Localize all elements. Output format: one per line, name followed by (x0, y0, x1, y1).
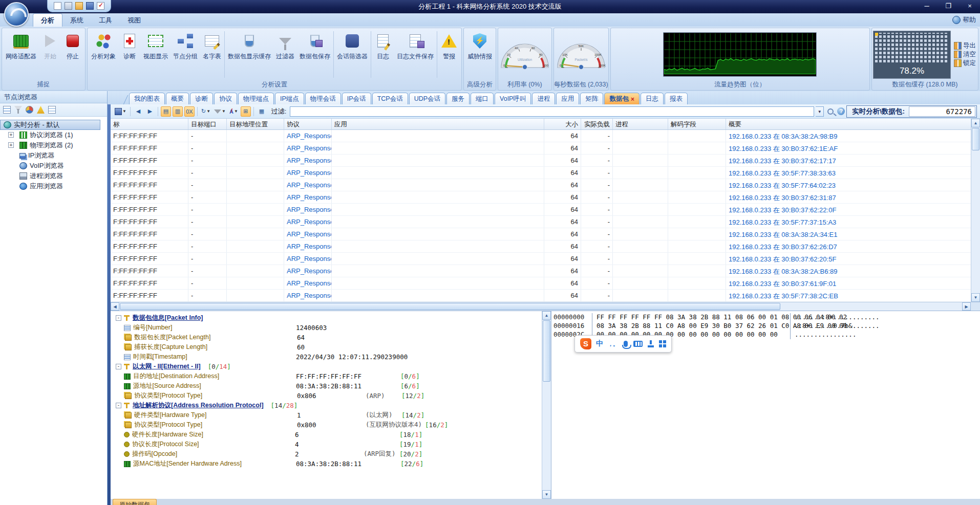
ribbon-button[interactable]: 警报 (438, 29, 460, 80)
ribbon-tab[interactable]: 视图 (120, 14, 148, 27)
ribbon-button[interactable]: 会话筛选器 (334, 29, 370, 80)
decode-row[interactable]: 源MAC地址[Sender Hardware Adress] 08:3A:38:… (113, 459, 542, 469)
ribbon-button[interactable]: 数据包显示缓存 (225, 29, 273, 80)
column-header[interactable]: 概要 (726, 119, 971, 129)
new-document-icon[interactable] (54, 2, 61, 10)
ribbon-tab[interactable]: 系统 (62, 14, 91, 27)
add-alarm-icon[interactable] (37, 106, 45, 114)
packet-row[interactable]: F:FF:FF:FF:FF - ARP_Response 64 - (111, 155, 971, 167)
refresh-button[interactable]: ↻▼ (200, 106, 211, 117)
packet-row[interactable]: F:FF:FF:FF:FF - ARP_Response 64 - (111, 142, 971, 155)
buffer-action-button[interactable]: 清空 (954, 50, 976, 59)
tree-item[interactable]: 实时分析 - 默认 (0, 120, 100, 130)
view-tab[interactable]: UDP会话 (409, 93, 445, 104)
view-tab[interactable]: VoIP呼叫 (495, 93, 531, 104)
scroll-left-icon[interactable]: ◀ (111, 302, 119, 311)
add-chart-icon[interactable] (26, 106, 33, 114)
view-tab[interactable]: 日志 (641, 93, 664, 104)
save-packets-button[interactable]: ▼ (114, 106, 127, 117)
filter-menu-button[interactable]: ▼ (213, 106, 227, 117)
decode-row[interactable]: 数据包长度[Packet Length] 64 (113, 333, 542, 342)
ime-menu-icon[interactable] (659, 340, 666, 347)
decode-row[interactable]: 时间戳[Timestamp] 2022/04/30 12:07:11.29023… (113, 352, 542, 362)
ribbon-button[interactable]: 日志 (372, 29, 394, 80)
decode-row[interactable]: - 以太网 - II[Ethernet - II] [0/14] (113, 362, 542, 371)
decode-row[interactable]: 协议类型[Protocol Type] 0x806 (ARP) [12/2] (113, 391, 542, 401)
buffer-action-button[interactable]: 导出 (954, 41, 976, 50)
soft-keyboard-icon[interactable] (633, 341, 643, 347)
ribbon-tab[interactable]: 工具 (91, 14, 120, 27)
packet-row[interactable]: F:FF:FF:FF:FF - ARP_Response 64 - (111, 265, 971, 277)
scrollbar-thumb[interactable] (972, 128, 979, 150)
packet-row[interactable]: F:FF:FF:FF:FF - ARP_Response 64 - (111, 191, 971, 204)
packet-row[interactable]: F:FF:FF:FF:FF - ARP_Response 64 - (111, 253, 971, 265)
help-button[interactable]: 帮助 (952, 15, 976, 25)
decode-options-button[interactable]: A▼ (228, 106, 239, 117)
decode-row[interactable]: 操作码[Opcode] 2 (ARP回复) [20/2] (113, 449, 542, 459)
decode-scrollbar[interactable]: ▲ ▼ (542, 311, 551, 499)
tree-item[interactable]: VoIP浏览器 (0, 161, 107, 171)
view-tab[interactable]: TCP会话 (372, 93, 408, 104)
packet-row[interactable]: F:FF:FF:FF:FF - ARP_Response 64 - (111, 240, 971, 253)
toggle-decode-pane-button[interactable]: ▥ (173, 106, 183, 117)
expander-icon[interactable]: + (8, 132, 14, 138)
scroll-down-icon[interactable]: ▼ (542, 490, 551, 499)
ime-language-mode[interactable]: 中 (596, 339, 603, 348)
decode-row[interactable]: 协议类型[Protocol Type] 0x800 (互联网协议版本4) [16… (113, 420, 542, 430)
ribbon-button[interactable]: 开始 (39, 29, 61, 80)
scroll-right-icon[interactable]: ▶ (962, 302, 971, 311)
scroll-down-icon[interactable]: ▼ (971, 293, 980, 302)
restore-button[interactable]: ❐ (941, 1, 955, 11)
ribbon-button[interactable]: 日志文件保存 (394, 29, 436, 80)
ime-toolbar[interactable]: S 中 ，。 (574, 335, 672, 353)
view-tab[interactable]: 端口 (471, 93, 494, 104)
minimize-button[interactable]: ─ (920, 1, 934, 11)
view-tab[interactable]: 服务 (446, 93, 470, 104)
search-icon[interactable] (827, 108, 834, 115)
column-header[interactable]: 实际负载 (581, 119, 613, 129)
ribbon-button[interactable]: 数据包保存 (297, 29, 333, 80)
ribbon-button[interactable]: 网络适配器 (3, 29, 39, 80)
scroll-up-icon[interactable]: ▲ (971, 119, 980, 127)
packet-row[interactable]: F:FF:FF:FF:FF - ARP_Response 64 - (111, 167, 971, 179)
view-tab[interactable]: 概要 (166, 93, 189, 104)
lock-table-button[interactable]: ▦ (257, 106, 267, 117)
add-table-view-icon[interactable] (3, 106, 11, 114)
view-tab[interactable]: IP端点 (275, 93, 304, 104)
ribbon-button[interactable]: 分析对象 (89, 29, 118, 80)
column-header[interactable]: 进程 (613, 119, 668, 129)
decode-row[interactable]: 硬件长度[Hardware Size] 6 [18/1] (113, 430, 542, 440)
packet-row[interactable]: F:FF:FF:FF:FF - ARP_Response 64 - (111, 130, 971, 142)
sogou-logo-icon[interactable]: S (580, 338, 591, 349)
column-header[interactable]: 标 (111, 119, 188, 129)
save-icon[interactable] (86, 2, 94, 10)
toggle-hex-pane-button[interactable]: 0X (184, 106, 195, 117)
tree-item[interactable]: IP浏览器 (0, 150, 107, 161)
view-tab[interactable]: 物理端点 (238, 93, 274, 104)
decode-row[interactable]: 编号[Number] 12400603 (113, 323, 542, 333)
tree-item[interactable]: + 协议浏览器 (1) (0, 130, 107, 140)
column-header[interactable]: 解码字段 (668, 119, 726, 129)
raw-packet-tab[interactable]: 原始数据包 (113, 499, 157, 505)
view-tab[interactable]: 我的图表 (129, 93, 165, 104)
packet-row[interactable]: F:FF:FF:FF:FF - ARP_Response 64 - (111, 204, 971, 216)
ime-tools-icon[interactable] (647, 340, 654, 347)
buffer-action-button[interactable]: 锁定 (954, 59, 976, 68)
scroll-up-icon[interactable]: ▲ (542, 311, 551, 320)
toggle-list-pane-button[interactable]: ▤ (161, 106, 171, 117)
scrollbar-thumb[interactable] (120, 303, 780, 310)
open-folder-icon[interactable] (75, 2, 83, 10)
view-tab[interactable]: 数据包 × (604, 93, 640, 104)
view-tab[interactable]: 报表 (665, 93, 688, 104)
vertical-scrollbar[interactable]: ▲ ▼ (971, 119, 980, 302)
horizontal-scrollbar[interactable]: ◀ ▶ (111, 302, 980, 311)
collapse-icon[interactable]: - (116, 403, 121, 408)
close-button[interactable]: × (963, 1, 977, 11)
decode-row[interactable]: 源地址[Source Address] 08:3A:38:2B:88:11 [6… (113, 381, 542, 391)
decode-row[interactable]: 目的地址[Destination Address] FF:FF:FF:FF:FF… (113, 371, 542, 381)
column-header[interactable]: 目标端口 (188, 119, 227, 129)
column-header[interactable]: 大小 (544, 119, 581, 129)
view-tab[interactable]: 协议 (214, 93, 237, 104)
previous-packet-button[interactable]: ◀ (133, 106, 143, 117)
ribbon-button[interactable]: 视图显示 (141, 29, 171, 80)
